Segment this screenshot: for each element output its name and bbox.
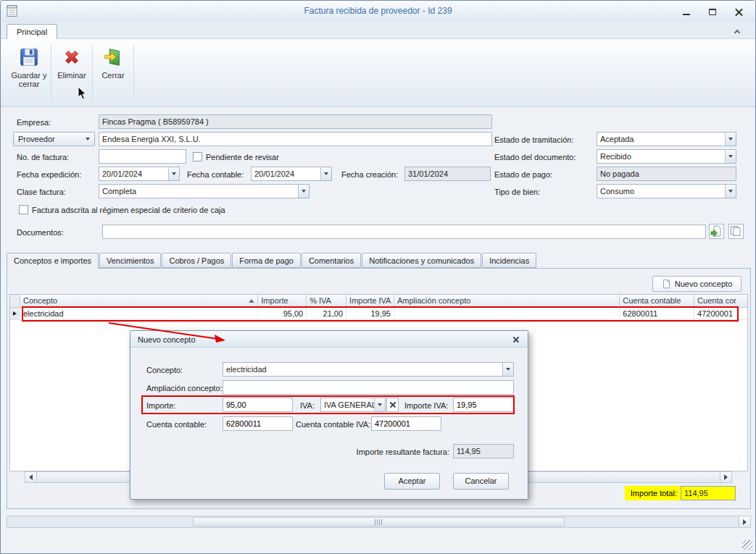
tab-vencimientos[interactable]: Vencimientos	[99, 253, 161, 268]
nuevo-concepto-button[interactable]: Nuevo concepto	[652, 276, 742, 292]
cell-cuenta-contable[interactable]: 62800011	[620, 308, 694, 319]
pendiente-revisar-label[interactable]: Pendiente de revisar	[206, 150, 279, 164]
maximize-button[interactable]	[703, 6, 722, 17]
cuenta-contable-iva-input[interactable]	[371, 416, 441, 431]
tab-forma-pago[interactable]: Forma de pago	[232, 253, 301, 268]
chevron-down-icon[interactable]	[725, 185, 736, 198]
attach-document-button[interactable]	[709, 224, 724, 239]
importe-iva-input[interactable]	[453, 398, 514, 412]
cell-cuenta-cor[interactable]: 47200001	[694, 308, 747, 319]
chevron-down-icon	[86, 138, 90, 140]
ampliacion-input[interactable]	[223, 380, 514, 395]
concepto-combo[interactable]: electricidad	[223, 362, 514, 377]
tab-conceptos-importes[interactable]: Conceptos e importes	[7, 253, 99, 269]
clase-factura-combo[interactable]: Completa	[99, 184, 310, 198]
close-button[interactable]	[729, 6, 748, 17]
proveedor-field[interactable]: Endesa Energia XXI, S.L.U.	[99, 132, 492, 146]
arrow-right-icon	[743, 519, 747, 525]
dialog-titlebar: Nuevo concepto	[130, 331, 528, 348]
tab-incidencias[interactable]: Incidencias	[482, 253, 536, 268]
column-importe-iva[interactable]: Importe IVA	[346, 295, 394, 307]
minimize-icon	[683, 14, 690, 15]
copy-document-button[interactable]	[728, 224, 744, 239]
aceptar-button[interactable]: Aceptar	[384, 473, 440, 490]
nuevo-concepto-dialog: Nuevo concepto Concepto: electricidad Am…	[130, 330, 528, 500]
chevron-down-icon[interactable]	[298, 185, 309, 198]
importe-resultante-field: 114,95	[453, 444, 514, 458]
fecha-contable-combo[interactable]: 20/01/2024	[251, 167, 332, 181]
proveedor-dropdown-button[interactable]: Proveedor	[13, 132, 95, 146]
concepto-label: Concepto:	[146, 363, 183, 377]
close-form-button[interactable]: Cerrar	[94, 43, 132, 103]
regimen-caja-checkbox[interactable]	[19, 205, 28, 214]
estado-tramitacion-combo[interactable]: Aceptada	[597, 132, 736, 146]
window-hscrollbar[interactable]	[7, 516, 751, 528]
cell-iva[interactable]: 21,00	[307, 308, 346, 319]
grid-scroll-right-button[interactable]	[720, 472, 731, 482]
cell-ampliacion[interactable]	[394, 308, 620, 319]
chevron-down-icon[interactable]	[168, 167, 179, 180]
grid-indicator-header	[10, 295, 20, 307]
fecha-expedicion-combo[interactable]: 20/01/2024	[99, 167, 180, 181]
attach-icon	[710, 225, 722, 237]
dialog-close-button[interactable]	[510, 335, 522, 345]
hscroll-thumb[interactable]	[193, 517, 565, 526]
arrow-right-icon	[724, 474, 728, 480]
regimen-caja-label[interactable]: Factura adscrita al régimen especial de …	[32, 203, 225, 217]
column-concepto[interactable]: Concepto	[20, 295, 258, 307]
column-cuenta-contable[interactable]: Cuenta contable	[620, 295, 694, 307]
iva-clear-button[interactable]	[386, 398, 399, 412]
estado-documento-combo[interactable]: Recibido	[597, 149, 736, 164]
cuenta-contable-input[interactable]	[223, 416, 293, 431]
tab-notificaciones[interactable]: Notificaciones y comunicados	[362, 253, 481, 268]
close-icon	[513, 337, 519, 343]
pendiente-revisar-checkbox[interactable]	[193, 152, 202, 161]
no-factura-label: No. de factura:	[17, 150, 69, 164]
chevron-down-icon[interactable]	[725, 150, 736, 163]
new-document-icon	[662, 279, 671, 289]
column-iva[interactable]: % IVA	[307, 295, 346, 307]
resize-grip[interactable]	[742, 540, 752, 550]
chevron-down-icon[interactable]	[502, 363, 513, 376]
proveedor-button-label: Proveedor	[18, 133, 55, 146]
chevron-down-icon[interactable]	[374, 398, 385, 411]
tab-comentarios[interactable]: Comentarios	[302, 253, 361, 268]
sort-asc-icon	[249, 299, 254, 303]
toolbar-separator	[51, 45, 51, 100]
iva-combo[interactable]: IVA GENERAL	[320, 398, 386, 412]
row-indicator-icon	[13, 311, 17, 316]
delete-label: Eliminar	[57, 71, 86, 80]
window-scroll-right-button[interactable]	[739, 516, 750, 527]
cell-importe[interactable]: 95,00	[258, 308, 307, 319]
save-close-button[interactable]: Guardar y cerrar	[10, 43, 48, 103]
column-ampliacion[interactable]: Ampliación concepto	[394, 295, 620, 307]
arrow-left-icon	[29, 474, 33, 480]
tipo-bien-combo[interactable]: Consumo	[597, 184, 736, 198]
tab-principal[interactable]: Principal	[7, 24, 57, 39]
tab-cobros-pagos[interactable]: Cobros / Pagos	[162, 253, 231, 268]
cancelar-button[interactable]: Cancelar	[453, 473, 509, 490]
detail-tabstrip: Conceptos e importes Vencimientos Cobros…	[7, 252, 536, 268]
column-importe[interactable]: Importe	[258, 295, 307, 307]
table-row[interactable]: electricidad 95,00 21,00 19,95 62800011 …	[10, 308, 747, 320]
chevron-down-icon[interactable]	[320, 167, 331, 180]
estado-tramitacion-label: Estado de tramitación:	[494, 133, 573, 147]
cell-importe-iva[interactable]: 19,95	[346, 308, 394, 319]
dialog-title: Nuevo concepto	[138, 334, 196, 345]
importe-input[interactable]	[223, 398, 293, 412]
chevron-down-icon[interactable]	[725, 133, 736, 146]
column-cuenta-cor[interactable]: Cuenta cor	[694, 295, 747, 307]
clear-x-icon	[390, 402, 395, 408]
grid-scroll-left-button[interactable]	[25, 472, 37, 482]
ribbon-collapse-button[interactable]	[731, 26, 744, 36]
documentos-field[interactable]	[102, 224, 706, 239]
importe-total: Importe total: 114,95	[625, 486, 736, 500]
titlebar: Factura recibida de proveedor - Id 239	[1, 1, 755, 22]
copy-icon	[730, 225, 742, 237]
grip-icon	[375, 519, 383, 525]
cell-concepto[interactable]: electricidad	[20, 308, 258, 319]
estado-pago-label: Estado de pago:	[494, 167, 552, 182]
fecha-creacion-label: Fecha creación:	[341, 167, 398, 182]
minimize-button[interactable]	[677, 6, 696, 17]
no-factura-input[interactable]	[99, 149, 186, 164]
